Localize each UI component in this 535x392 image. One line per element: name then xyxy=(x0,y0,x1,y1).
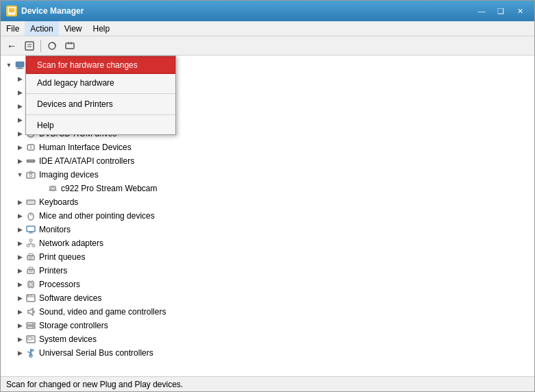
svg-rect-48 xyxy=(29,239,32,241)
svg-rect-39 xyxy=(29,201,31,202)
sound-label: Sound, video and game controllers xyxy=(39,307,166,317)
svg-rect-73 xyxy=(27,323,35,325)
monitors-label: Monitors xyxy=(39,225,71,234)
svg-point-70 xyxy=(27,295,29,297)
display-expand-icon: ▶ xyxy=(14,114,25,125)
system-label: System devices xyxy=(39,334,97,344)
computer-expand-icon: ▶ xyxy=(14,87,25,98)
window-controls: — ❑ ✕ xyxy=(473,4,529,18)
tree-item-storage[interactable]: ▶ Storage controllers xyxy=(1,319,534,332)
ide-expand-icon: ▶ xyxy=(14,156,25,167)
restore-button[interactable]: ❑ xyxy=(492,4,510,18)
status-text: Scan for changed or new Plug and Play de… xyxy=(6,380,183,389)
hid-icon xyxy=(25,142,36,153)
root-expand-icon: ▼ xyxy=(3,60,14,71)
sound-icon xyxy=(25,306,36,317)
svg-rect-44 xyxy=(27,226,35,232)
processors-expand-icon: ▶ xyxy=(14,279,25,290)
svg-rect-41 xyxy=(33,201,34,202)
svg-point-75 xyxy=(32,323,34,325)
mouse-icon xyxy=(25,210,36,221)
webcam-icon xyxy=(47,183,58,194)
content-area: ▼ DESKTOP-ABC123 ▶ Blu xyxy=(1,56,534,376)
menu-file[interactable]: File xyxy=(1,21,25,36)
storage-icon xyxy=(25,320,36,331)
update-button[interactable] xyxy=(62,38,78,53)
computer-icon xyxy=(14,60,25,71)
imaging-label: Imaging devices xyxy=(39,170,99,180)
svg-rect-38 xyxy=(27,201,29,202)
svg-rect-74 xyxy=(27,326,35,328)
toolbar-separator xyxy=(40,40,41,52)
dropdown-separator-2 xyxy=(26,114,175,115)
ide-icon xyxy=(25,156,36,167)
tree-item-monitors[interactable]: ▶ Monitors xyxy=(1,223,534,236)
menu-view[interactable]: View xyxy=(59,21,88,36)
svg-point-26 xyxy=(30,147,32,149)
print-queues-expand-icon: ▶ xyxy=(14,252,25,262)
monitors-expand-icon: ▶ xyxy=(14,224,25,235)
system-expand-icon: ▶ xyxy=(14,334,25,345)
keyboards-label: Keyboards xyxy=(39,197,78,207)
menu-bar: File Action View Help xyxy=(1,21,534,36)
tree-item-keyboards[interactable]: ▶ Keyboards xyxy=(1,195,534,209)
minimize-button[interactable]: — xyxy=(473,4,490,18)
menu-action[interactable]: Action xyxy=(25,21,58,36)
svg-point-76 xyxy=(32,327,34,328)
svg-rect-10 xyxy=(16,62,24,67)
svg-rect-7 xyxy=(66,43,74,49)
tree-item-ide[interactable]: ▶ IDE ATA/ATAPI controllers xyxy=(1,154,534,168)
storage-label: Storage controllers xyxy=(39,321,108,330)
hid-label: Human Interface Devices xyxy=(39,143,132,152)
dropdown-separator-1 xyxy=(26,93,175,94)
tree-item-processors[interactable]: ▶ Processors xyxy=(1,278,534,291)
dvd-expand-icon: ▶ xyxy=(14,128,25,139)
hid-expand-icon: ▶ xyxy=(14,142,25,153)
processors-label: Processors xyxy=(39,280,80,289)
tree-item-print-queues[interactable]: ▶ Print queues xyxy=(1,250,534,264)
help-item[interactable]: Help xyxy=(26,117,175,134)
keyboard-icon xyxy=(25,197,36,208)
tree-item-webcam[interactable]: c922 Pro Stream Webcam xyxy=(1,182,534,195)
printers-label: Printers xyxy=(39,266,67,275)
tree-item-system[interactable]: ▶ System devices xyxy=(1,332,534,346)
software-label: Software devices xyxy=(39,293,101,303)
window-icon xyxy=(6,5,17,16)
imaging-expand-icon: ▼ xyxy=(14,169,25,180)
scan-hardware-item[interactable]: Scan for hardware changes xyxy=(26,56,175,74)
add-legacy-item[interactable]: Add legacy hardware xyxy=(26,74,175,92)
svg-rect-62 xyxy=(28,282,34,287)
tree-item-network[interactable]: ▶ Network adapters xyxy=(1,236,534,250)
svg-rect-50 xyxy=(32,245,35,247)
svg-rect-3 xyxy=(25,42,34,50)
devices-printers-item[interactable]: Devices and Printers xyxy=(26,95,175,113)
keyboards-expand-icon: ▶ xyxy=(14,197,25,208)
properties-button[interactable] xyxy=(21,38,38,53)
ide-label: IDE ATA/ATAPI controllers xyxy=(39,156,134,166)
close-button[interactable]: ✕ xyxy=(511,4,529,18)
tree-item-printers[interactable]: ▶ Printers xyxy=(1,264,534,278)
menu-help[interactable]: Help xyxy=(88,21,116,36)
webcam-expand-icon xyxy=(36,183,47,194)
usb-expand-icon: ▶ xyxy=(14,347,25,358)
printers-expand-icon: ▶ xyxy=(14,265,25,276)
scan-button[interactable] xyxy=(44,38,60,53)
back-button[interactable]: ← xyxy=(3,38,20,53)
tree-item-sound[interactable]: ▶ Sound, video and game controllers xyxy=(1,305,534,319)
tree-item-mice[interactable]: ▶ Mice and other pointing devices xyxy=(1,209,534,223)
tree-item-usb[interactable]: ▶ Universal Serial Bus controllers xyxy=(1,346,534,360)
mice-expand-icon: ▶ xyxy=(14,210,25,221)
svg-rect-78 xyxy=(28,337,32,340)
device-manager-window: Device Manager — ❑ ✕ File Action View He… xyxy=(0,0,535,392)
tree-item-software[interactable]: ▶ Software devices xyxy=(1,291,534,305)
svg-point-72 xyxy=(31,295,32,297)
svg-rect-63 xyxy=(29,283,32,286)
action-dropdown-menu: Scan for hardware changes Add legacy har… xyxy=(25,56,176,135)
usb-label: Universal Serial Bus controllers xyxy=(39,348,153,358)
tree-item-hid[interactable]: ▶ Human Interface Devices xyxy=(1,140,534,154)
svg-point-71 xyxy=(29,295,31,297)
title-bar: Device Manager — ❑ ✕ xyxy=(1,1,534,21)
usb-icon xyxy=(25,347,36,358)
tree-item-imaging[interactable]: ▼ Imaging devices xyxy=(1,168,534,182)
svg-point-33 xyxy=(51,187,54,190)
